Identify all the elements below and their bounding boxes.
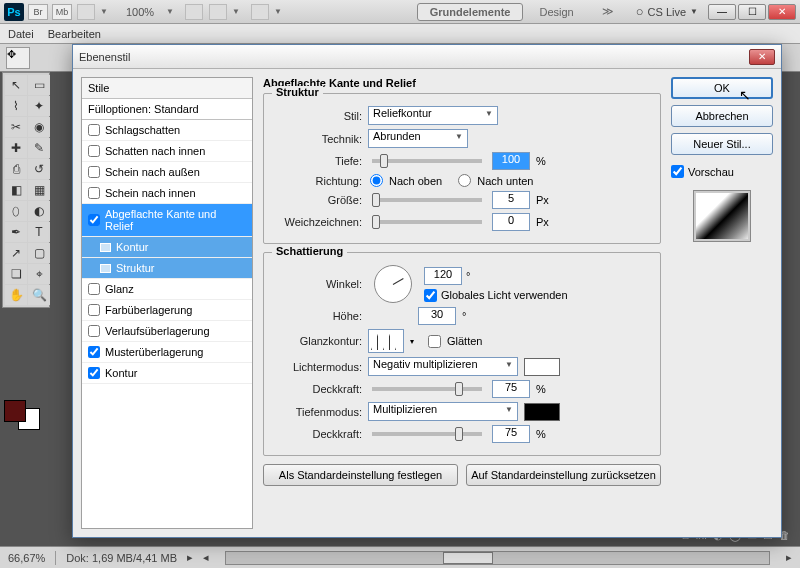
hand-tool[interactable]: ✋ (5, 285, 27, 305)
maximize-button[interactable]: ☐ (738, 4, 766, 20)
styles-header[interactable]: Stile (82, 78, 252, 99)
richtung-down-radio[interactable] (458, 174, 471, 187)
marquee-tool[interactable]: ▭ (28, 75, 50, 95)
minibridge-button[interactable]: Mb (52, 4, 72, 20)
bridge-button[interactable]: Br (28, 4, 48, 20)
workspace-more[interactable]: ≫ (590, 3, 626, 20)
style-kontur[interactable]: Kontur (82, 363, 252, 384)
path-tool[interactable]: ↗ (5, 243, 27, 263)
crop-tool[interactable]: ✂ (5, 117, 27, 137)
glaetten-checkbox[interactable] (428, 335, 441, 348)
workspace-design[interactable]: Design (527, 4, 585, 20)
move-tool-icon[interactable]: ✥ (6, 47, 30, 69)
close-button[interactable]: ✕ (768, 4, 796, 20)
hoehe-input[interactable]: 30 (418, 307, 456, 325)
deckkraft1-slider[interactable] (372, 387, 482, 391)
wand-tool[interactable]: ✦ (28, 96, 50, 116)
deckkraft1-input[interactable]: 75 (492, 380, 530, 398)
tiefe-slider[interactable] (372, 159, 482, 163)
winkel-input[interactable]: 120 (424, 267, 462, 285)
fill-options[interactable]: Fülloptionen: Standard (82, 99, 252, 120)
richtung-up-radio[interactable] (370, 174, 383, 187)
brush-tool[interactable]: ✎ (28, 138, 50, 158)
tiefe-input[interactable]: 100 (492, 152, 530, 170)
shadow-color[interactable] (524, 403, 560, 421)
chevron-right-icon[interactable]: ▸ (187, 551, 193, 564)
foreground-color-swatch[interactable] (4, 400, 26, 422)
style-farbueberlagerung[interactable]: Farbüberlagerung (82, 300, 252, 321)
style-schatten-innen[interactable]: Schatten nach innen (82, 141, 252, 162)
scroll-right-icon[interactable]: ▸ (786, 551, 792, 564)
deckkraft2-slider[interactable] (372, 432, 482, 436)
tiefenmodus-combo[interactable]: Multiplizieren (368, 402, 518, 421)
lasso-tool[interactable]: ⌇ (5, 96, 27, 116)
3d-camera-tool[interactable]: ⌖ (28, 264, 50, 284)
preview-checkbox[interactable] (671, 165, 684, 178)
style-bevel[interactable]: Abgeflachte Kante und Relief (82, 204, 252, 237)
dialog-close-button[interactable]: ✕ (749, 49, 775, 65)
glanzkontur-label: Glanzkontur: (272, 335, 362, 347)
technik-combo[interactable]: Abrunden (368, 129, 468, 148)
style-schein-aussen[interactable]: Schein nach außen (82, 162, 252, 183)
stil-combo[interactable]: Reliefkontur (368, 106, 498, 125)
zoom-tool[interactable]: 🔍 (28, 285, 50, 305)
horizontal-scrollbar[interactable] (225, 551, 770, 565)
zoom-level[interactable]: 100% (126, 6, 154, 18)
screen-mode-icon[interactable] (251, 4, 269, 20)
lichtermodus-combo[interactable]: Negativ multiplizieren (368, 357, 518, 376)
blur-tool[interactable]: ⬯ (5, 201, 27, 221)
scroll-thumb[interactable] (443, 552, 493, 564)
eyedropper-tool[interactable]: ◉ (28, 117, 50, 137)
groesse-input[interactable]: 5 (492, 191, 530, 209)
eraser-tool[interactable]: ◧ (5, 180, 27, 200)
shape-tool[interactable]: ▢ (28, 243, 50, 263)
pen-tool[interactable]: ✒ (5, 222, 27, 242)
style-bevel-kontur[interactable]: Kontur (82, 237, 252, 258)
glanzkontur-picker[interactable] (368, 329, 404, 353)
scroll-left-icon[interactable]: ◂ (203, 551, 209, 564)
preview-thumbnail (693, 190, 751, 242)
highlight-color[interactable] (524, 358, 560, 376)
cursor-icon: ↖ (739, 87, 751, 103)
technik-label: Technik: (272, 133, 362, 145)
status-zoom[interactable]: 66,67% (8, 552, 45, 564)
arrange-icon[interactable] (209, 4, 227, 20)
cs-live-button[interactable]: CS Live ▼ (636, 4, 698, 19)
stamp-tool[interactable]: ⎙ (5, 159, 27, 179)
style-musterueberlagerung[interactable]: Musterüberlagerung (82, 342, 252, 363)
weich-slider[interactable] (372, 220, 482, 224)
deckkraft2-input[interactable]: 75 (492, 425, 530, 443)
menu-datei[interactable]: Datei (8, 28, 34, 40)
reset-default-button[interactable]: Auf Standardeinstellung zurücksetzen (466, 464, 661, 486)
dodge-tool[interactable]: ◐ (28, 201, 50, 221)
menu-bearbeiten[interactable]: Bearbeiten (48, 28, 101, 40)
color-swatches[interactable] (4, 400, 40, 430)
style-schein-innen[interactable]: Schein nach innen (82, 183, 252, 204)
angle-widget[interactable] (374, 265, 412, 303)
heal-tool[interactable]: ✚ (5, 138, 27, 158)
global-light-checkbox[interactable] (424, 289, 437, 302)
gradient-tool[interactable]: ▦ (28, 180, 50, 200)
style-bevel-struktur[interactable]: Struktur (82, 258, 252, 279)
cancel-button[interactable]: Abbrechen (671, 105, 773, 127)
hand-icon[interactable] (185, 4, 203, 20)
settings-panel: Abgeflachte Kante und Relief Struktur St… (261, 77, 663, 529)
3d-tool[interactable]: ❏ (5, 264, 27, 284)
weich-input[interactable]: 0 (492, 213, 530, 231)
weich-label: Weichzeichnen: (272, 216, 362, 228)
type-tool[interactable]: T (28, 222, 50, 242)
status-doc-size[interactable]: Dok: 1,69 MB/4,41 MB (66, 552, 177, 564)
style-schlagschatten[interactable]: Schlagschatten (82, 120, 252, 141)
dialog-titlebar[interactable]: Ebenenstil ✕ (73, 45, 781, 69)
history-brush-tool[interactable]: ↺ (28, 159, 50, 179)
view-grid-icon[interactable] (77, 4, 95, 20)
groesse-slider[interactable] (372, 198, 482, 202)
ok-button[interactable]: OK↖ (671, 77, 773, 99)
workspace-grundelemente[interactable]: Grundelemente (417, 3, 524, 21)
style-verlaufsueberlagerung[interactable]: Verlaufsüberlagerung (82, 321, 252, 342)
style-glanz[interactable]: Glanz (82, 279, 252, 300)
move-tool[interactable]: ↖ (5, 75, 27, 95)
make-default-button[interactable]: Als Standardeinstellung festlegen (263, 464, 458, 486)
minimize-button[interactable]: — (708, 4, 736, 20)
new-style-button[interactable]: Neuer Stil... (671, 133, 773, 155)
